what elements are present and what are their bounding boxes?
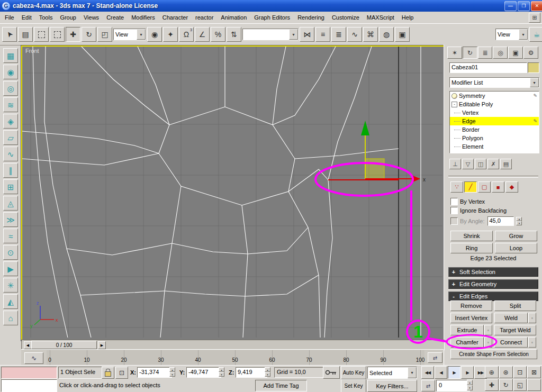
- time-slider-thumb[interactable]: 0 / 100: [31, 341, 97, 349]
- chevron-down-icon[interactable]: ▾: [289, 29, 298, 40]
- menu-item-rendering[interactable]: Rendering: [294, 13, 328, 22]
- reactor-constraint-button[interactable]: ∥: [3, 163, 18, 178]
- stack-row-border[interactable]: Border: [450, 125, 539, 134]
- select-and-scale-button[interactable]: ◰: [97, 27, 112, 42]
- snap-toggle-3d-button[interactable]: Ω3: [179, 27, 194, 42]
- rollout-edit-geometry[interactable]: +Edit Geometry: [448, 279, 538, 289]
- time-spinner[interactable]: ▴▾: [467, 380, 473, 390]
- track-bar-options-button[interactable]: ⇄: [428, 352, 442, 363]
- chevron-down-icon[interactable]: ▾: [530, 78, 539, 87]
- pan-button[interactable]: ✚: [485, 379, 499, 391]
- set-key-button[interactable]: Set Key: [341, 379, 366, 392]
- angle-value-field[interactable]: 45,0: [487, 216, 514, 226]
- extrude-settings-button[interactable]: ▫: [484, 325, 492, 335]
- set-key-mode-button[interactable]: [323, 366, 340, 379]
- tab-modify[interactable]: ↻: [463, 47, 477, 59]
- spinner-snap-toggle-button[interactable]: ⇅: [227, 27, 241, 42]
- select-by-name-button[interactable]: ▤: [18, 27, 33, 42]
- by-vertex-checkbox[interactable]: [450, 198, 458, 205]
- reactor-toy-car-button[interactable]: ⊙: [3, 245, 18, 260]
- pin-stack-button[interactable]: ⊥: [449, 159, 461, 169]
- y-coordinate-field[interactable]: -49,747: [186, 367, 221, 378]
- grow-button[interactable]: Grow: [495, 231, 537, 241]
- select-and-rotate-button[interactable]: ↻: [82, 27, 96, 42]
- next-frame-arrow[interactable]: ▶: [98, 341, 106, 349]
- previous-frame-arrow[interactable]: ◀: [24, 341, 32, 349]
- ring-button[interactable]: Ring: [450, 243, 493, 253]
- mini-curve-editor-button[interactable]: ∿: [24, 352, 43, 364]
- quick-render-button[interactable]: ☕: [529, 27, 542, 42]
- object-name-field[interactable]: Cabeza01: [449, 62, 527, 73]
- curve-editor-button[interactable]: ∿: [347, 27, 362, 42]
- angle-spinner[interactable]: ▴▾: [516, 217, 522, 225]
- modifier-enabled-bulb-icon[interactable]: [451, 93, 457, 99]
- absolute-mode-toggle[interactable]: ⊡: [115, 367, 128, 379]
- spinner-up-icon[interactable]: ▴: [516, 217, 522, 221]
- tab-hierarchy[interactable]: ≣: [478, 47, 493, 59]
- next-frame-button[interactable]: ▶: [461, 366, 474, 379]
- stack-row-vertex[interactable]: Vertex: [450, 108, 539, 117]
- spinner-up-icon[interactable]: ▴: [467, 380, 473, 385]
- use-pivot-point-center-button[interactable]: ◉: [147, 27, 162, 42]
- by-angle-checkbox[interactable]: [450, 217, 458, 225]
- chamfer-settings-button[interactable]: ▫: [484, 337, 492, 348]
- tab-display[interactable]: ▣: [508, 47, 523, 59]
- current-time-field[interactable]: 0: [436, 380, 470, 391]
- material-editor-button[interactable]: ◍: [379, 27, 394, 42]
- reactor-water-button[interactable]: ≈: [3, 229, 18, 243]
- reactor-preview-animation-button[interactable]: ▶: [3, 261, 18, 276]
- stack-row-edge[interactable]: Edge✎: [450, 117, 539, 125]
- zoom-extents-button[interactable]: ⊡: [513, 366, 527, 378]
- subobject-element-button[interactable]: ◆: [505, 181, 518, 193]
- loop-button[interactable]: Loop: [495, 243, 537, 253]
- spinner-down-icon[interactable]: ▾: [169, 372, 175, 377]
- split-button[interactable]: Split: [494, 300, 536, 311]
- track-ruler[interactable]: 0102030405060708090100: [47, 350, 424, 365]
- chevron-down-icon[interactable]: ▾: [137, 29, 146, 40]
- key-mode-dropdown[interactable]: Selected ▾: [367, 367, 417, 379]
- menu-item-animation[interactable]: Animation: [217, 13, 250, 22]
- x-coordinate-field[interactable]: -31,374: [137, 367, 172, 378]
- reactor-rope-collection-button[interactable]: ≋: [3, 97, 18, 112]
- remove-button[interactable]: Remove: [450, 300, 492, 311]
- window-crossing-button[interactable]: [50, 27, 65, 42]
- chevron-down-icon[interactable]: ▾: [408, 367, 417, 378]
- stack-row-symmetry[interactable]: Symmetry✎: [450, 92, 539, 100]
- x-spinner[interactable]: ▴▾: [169, 367, 175, 377]
- subobject-border-button[interactable]: ▢: [478, 181, 491, 193]
- minimize-button[interactable]: —: [504, 1, 517, 11]
- tab-motion[interactable]: ◎: [493, 47, 508, 59]
- zoom-button[interactable]: ⊕: [485, 366, 499, 378]
- subobject-polygon-button[interactable]: ■: [492, 181, 504, 193]
- mirror-button[interactable]: ⋈: [300, 27, 314, 42]
- go-to-start-button[interactable]: ◀◀: [421, 366, 434, 379]
- reactor-utilities-button[interactable]: ⌂: [3, 311, 18, 325]
- align-button[interactable]: ≡: [315, 27, 330, 42]
- reactor-create-animation-button[interactable]: ◭: [3, 294, 18, 309]
- spinner-down-icon[interactable]: ▾: [265, 372, 270, 377]
- modifier-list-dropdown[interactable]: Modifier List ▾: [449, 77, 539, 88]
- reactor-motor-button[interactable]: ◬: [3, 196, 18, 211]
- close-button[interactable]: ✕: [531, 1, 542, 11]
- chamfer-button[interactable]: Chamfer: [450, 337, 484, 348]
- spinner-up-icon[interactable]: ▴: [219, 367, 224, 372]
- reactor-plane-button[interactable]: ▱: [3, 130, 18, 145]
- stack-row-editable-poly[interactable]: -Editable Poly: [450, 100, 539, 108]
- rollout-edit-edges[interactable]: -Edit Edges: [448, 291, 538, 301]
- reactor-soft-body-collection-button[interactable]: ◎: [3, 81, 18, 96]
- spinner-down-icon[interactable]: ▾: [516, 221, 522, 225]
- stack-expander-icon[interactable]: -: [451, 102, 457, 107]
- show-end-result-button[interactable]: ▽: [462, 159, 474, 169]
- key-filters-button[interactable]: Key Filters...: [367, 380, 417, 392]
- previous-frame-button[interactable]: ◀: [435, 366, 447, 379]
- subobject-edge-button[interactable]: ╱: [464, 181, 477, 193]
- maxscript-listener-white[interactable]: [1, 379, 57, 392]
- reactor-deforming-mesh-collection-button[interactable]: ◈: [3, 114, 18, 129]
- menu-grip-icon[interactable]: ⊞: [529, 13, 540, 23]
- zoom-region-button[interactable]: ⊠: [527, 366, 541, 378]
- extrude-button[interactable]: Extrude: [450, 325, 484, 335]
- menu-item-edit[interactable]: Edit: [18, 13, 35, 22]
- reactor-fracture-button[interactable]: ⊞: [3, 179, 18, 194]
- menu-item-reactor[interactable]: reactor: [192, 13, 217, 22]
- arc-rotate-button[interactable]: ↻: [499, 379, 513, 391]
